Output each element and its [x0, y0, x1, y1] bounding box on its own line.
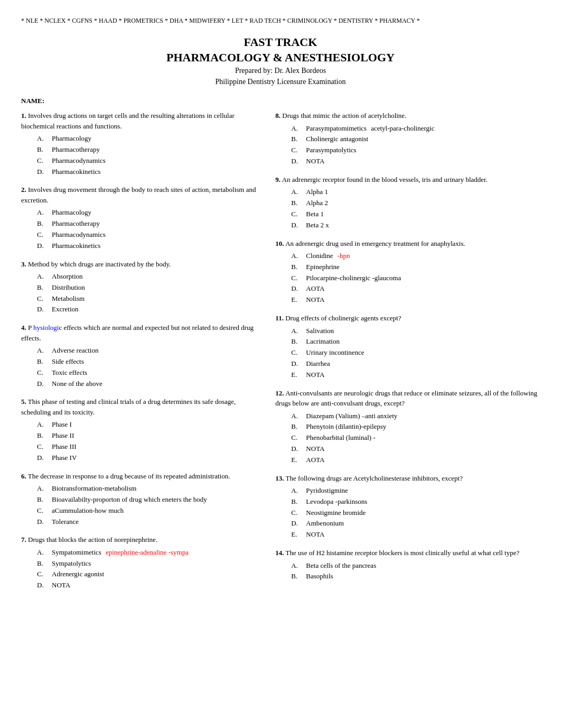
list-item: D.Beta 2 x — [291, 220, 540, 231]
question-block: 12. Anti-convulsants are neurologic drug… — [275, 388, 540, 466]
choice-letter: B. — [37, 430, 48, 441]
choice-text: Metabolism — [52, 293, 85, 305]
choice-letter: A. — [291, 485, 302, 496]
choice-text: Pharmacotherapy — [52, 218, 100, 229]
choice-letter: D. — [37, 304, 48, 315]
list-item: B.Phase II — [37, 430, 259, 441]
choice-letter: C. — [291, 432, 302, 444]
question-block: 7. Drugs that blocks the action of norep… — [21, 535, 259, 591]
question-text: 9. An adrenergic receptor found in the b… — [275, 174, 540, 185]
choices-list: A.Phase IB.Phase IIC.Phase IIID.Phase IV — [37, 419, 259, 463]
list-item: E.NOTA — [291, 529, 540, 540]
choice-text: Alpha 2 — [306, 198, 328, 209]
list-item: B.Bioavailabilty-proporton of drug which… — [37, 494, 259, 505]
list-item: A.Pharmacology — [37, 207, 259, 218]
question-block: 8. Drugs that mimic the action of acetyl… — [275, 110, 540, 167]
choice-letter: D. — [37, 241, 48, 252]
list-item: D.Ambenonium — [291, 518, 540, 529]
choice-letter: A. — [37, 133, 48, 144]
question-text: 1. Involves drug actions on target cells… — [21, 110, 259, 131]
choice-text: Urinary incontinence — [306, 347, 364, 358]
choice-text: Alpha 1 — [306, 187, 328, 198]
choice-letter: C. — [291, 273, 302, 284]
right-column: 8. Drugs that mimic the action of acetyl… — [270, 110, 540, 598]
question-text: 7. Drugs that blocks the action of norep… — [21, 535, 259, 545]
choice-text: Distribution — [52, 282, 85, 293]
choice-text: Diarrhea — [306, 358, 330, 370]
choice-text: Sympatomimetics — [52, 547, 101, 558]
list-item: C.Adrenergic agonist — [37, 569, 259, 580]
list-item: B.Phenytoin (dilantin)-epilepsy — [291, 421, 540, 432]
list-item: D.None of the above — [37, 379, 259, 390]
question-block: 11. Drug effects of cholinergic agents e… — [275, 313, 540, 380]
question-text: 10. An adrenergic drug used in emergency… — [275, 238, 540, 249]
choice-text: AOTA — [306, 283, 324, 294]
choice-text: NOTA — [306, 529, 324, 540]
left-column: 1. Involves drug actions on target cells… — [21, 110, 270, 598]
list-item: C.Parasympatolytics — [291, 145, 540, 156]
list-item: D.Excretion — [37, 304, 259, 315]
list-item: A.Phase I — [37, 419, 259, 430]
choices-list: A.Biotransformation-metabolismB.Bioavail… — [37, 483, 259, 527]
list-item: A.Pharmacology — [37, 133, 259, 144]
choice-text: Pilocarpine-cholinergic -glaucoma — [306, 273, 401, 284]
choice-text: Beta 2 x — [306, 220, 329, 231]
choice-text: Diazepam (Valium) –anti anxiety — [306, 411, 397, 422]
question-text: 11. Drug effects of cholinergic agents e… — [275, 313, 540, 324]
list-item: C.aCummulation-how much — [37, 505, 259, 517]
list-item: B.Lacrimation — [291, 336, 540, 347]
choices-list: A.SalivationB.LacrimationC.Urinary incon… — [291, 326, 540, 381]
choice-letter: D. — [291, 220, 302, 231]
content-columns: 1. Involves drug actions on target cells… — [21, 110, 540, 598]
choice-letter: B. — [291, 262, 302, 273]
choice-text: Pharmacodynamics — [52, 155, 106, 167]
list-item: E.NOTA — [291, 370, 540, 381]
list-item: B.Levodopa -parkinsons — [291, 496, 540, 508]
choice-letter: C. — [37, 229, 48, 241]
choice-letter: B. — [37, 144, 48, 155]
list-item: A.Salivation — [291, 326, 540, 337]
choice-letter: B. — [291, 496, 302, 508]
choice-text: Epinephrine — [306, 262, 340, 273]
choice-text: Neostigmine bromide — [306, 508, 366, 519]
list-item: C.Neostigmine bromide — [291, 508, 540, 519]
list-item: B.Pharmacotherapy — [37, 218, 259, 229]
choice-letter: D. — [37, 167, 48, 178]
title-line1: FAST TRACK PHARMACOLOGY & ANESTHESIOLOGY — [21, 35, 540, 65]
question-block: 6. The decrease in response to a drug be… — [21, 471, 259, 528]
choice-letter: B. — [37, 356, 48, 367]
choice-letter: D. — [291, 358, 302, 370]
choices-list: A.Parasympatomimetics acetyl-para-cholin… — [291, 123, 540, 167]
list-item: D.NOTA — [291, 444, 540, 455]
choice-text: Basophils — [306, 571, 333, 582]
choice-letter: B. — [291, 336, 302, 347]
choice-letter: A. — [37, 547, 48, 558]
choice-text: Tolerance — [52, 517, 79, 528]
choices-list: A.PharmacologyB.PharmacotherapyC.Pharmac… — [37, 207, 259, 251]
choice-text: NOTA — [306, 370, 324, 381]
list-item: A.Absorption — [37, 271, 259, 282]
list-item: A.Beta cells of the pancreas — [291, 560, 540, 572]
choice-text: Beta cells of the pancreas — [306, 560, 376, 572]
choice-text: Pharmacokinetics — [52, 167, 100, 178]
choice-text: Phase II — [52, 430, 74, 441]
choice-letter: E. — [291, 370, 302, 381]
choice-text: Pyridostigmine — [306, 485, 348, 496]
choice-text: Pharmacotherapy — [52, 144, 100, 155]
choices-list: A.Clonidine -hpnB.EpinephrineC.Pilocarpi… — [291, 251, 540, 306]
list-item: B.Epinephrine — [291, 262, 540, 273]
list-item: A.Clonidine -hpn — [291, 251, 540, 262]
choice-letter: C. — [291, 145, 302, 156]
choice-letter: A. — [291, 123, 302, 134]
choice-text: Pharmacodynamics — [52, 229, 106, 241]
choice-letter: A. — [291, 560, 302, 572]
choice-text: Biotransformation-metabolism — [52, 483, 136, 494]
choice-text: Phase III — [52, 441, 77, 453]
choice-text: Phenytoin (dilantin)-epilepsy — [306, 421, 386, 432]
question-block: 1. Involves drug actions on target cells… — [21, 110, 259, 177]
choice-letter: A. — [37, 207, 48, 218]
choice-letter: B. — [291, 571, 302, 582]
title-line4: Philippine Dentistry Licensure Examinati… — [21, 76, 540, 87]
choice-text: Ambenonium — [306, 518, 344, 529]
choices-list: A.Sympatomimetics epinephrine-adenaline … — [37, 547, 259, 591]
